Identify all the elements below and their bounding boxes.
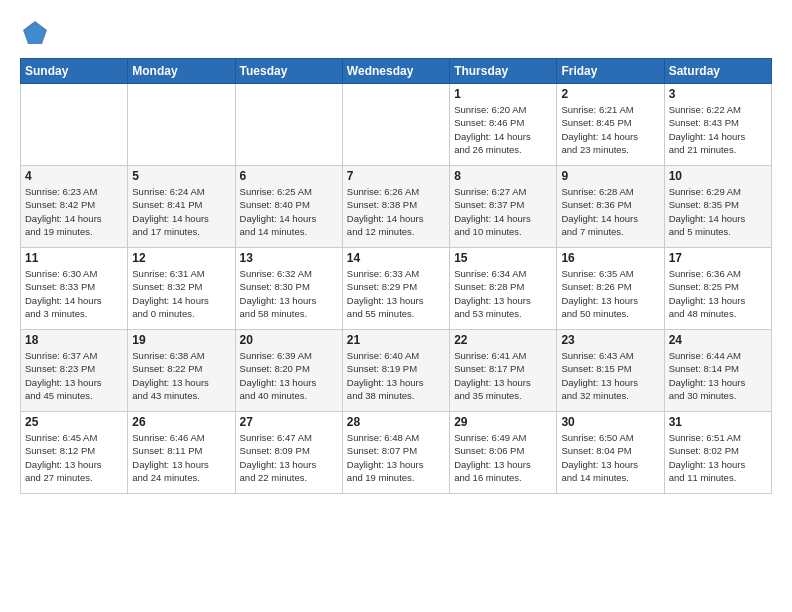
calendar-cell: 5Sunrise: 6:24 AM Sunset: 8:41 PM Daylig… — [128, 166, 235, 248]
day-number: 29 — [454, 415, 552, 429]
calendar-cell: 31Sunrise: 6:51 AM Sunset: 8:02 PM Dayli… — [664, 412, 771, 494]
day-number: 3 — [669, 87, 767, 101]
page: SundayMondayTuesdayWednesdayThursdayFrid… — [0, 0, 792, 612]
day-number: 28 — [347, 415, 445, 429]
calendar-cell — [21, 84, 128, 166]
day-info: Sunrise: 6:21 AM Sunset: 8:45 PM Dayligh… — [561, 103, 659, 156]
day-info: Sunrise: 6:32 AM Sunset: 8:30 PM Dayligh… — [240, 267, 338, 320]
day-info: Sunrise: 6:25 AM Sunset: 8:40 PM Dayligh… — [240, 185, 338, 238]
calendar-cell — [235, 84, 342, 166]
day-info: Sunrise: 6:40 AM Sunset: 8:19 PM Dayligh… — [347, 349, 445, 402]
day-number: 31 — [669, 415, 767, 429]
day-info: Sunrise: 6:33 AM Sunset: 8:29 PM Dayligh… — [347, 267, 445, 320]
day-info: Sunrise: 6:45 AM Sunset: 8:12 PM Dayligh… — [25, 431, 123, 484]
logo — [20, 18, 54, 48]
day-info: Sunrise: 6:35 AM Sunset: 8:26 PM Dayligh… — [561, 267, 659, 320]
calendar-cell: 26Sunrise: 6:46 AM Sunset: 8:11 PM Dayli… — [128, 412, 235, 494]
day-info: Sunrise: 6:50 AM Sunset: 8:04 PM Dayligh… — [561, 431, 659, 484]
day-info: Sunrise: 6:44 AM Sunset: 8:14 PM Dayligh… — [669, 349, 767, 402]
calendar-cell: 27Sunrise: 6:47 AM Sunset: 8:09 PM Dayli… — [235, 412, 342, 494]
weekday-header: Monday — [128, 59, 235, 84]
day-info: Sunrise: 6:37 AM Sunset: 8:23 PM Dayligh… — [25, 349, 123, 402]
day-info: Sunrise: 6:29 AM Sunset: 8:35 PM Dayligh… — [669, 185, 767, 238]
day-number: 13 — [240, 251, 338, 265]
calendar-cell: 25Sunrise: 6:45 AM Sunset: 8:12 PM Dayli… — [21, 412, 128, 494]
calendar-cell: 13Sunrise: 6:32 AM Sunset: 8:30 PM Dayli… — [235, 248, 342, 330]
header — [20, 18, 772, 48]
calendar-header: SundayMondayTuesdayWednesdayThursdayFrid… — [21, 59, 772, 84]
calendar-cell — [128, 84, 235, 166]
calendar-cell: 6Sunrise: 6:25 AM Sunset: 8:40 PM Daylig… — [235, 166, 342, 248]
day-number: 17 — [669, 251, 767, 265]
day-number: 19 — [132, 333, 230, 347]
day-info: Sunrise: 6:26 AM Sunset: 8:38 PM Dayligh… — [347, 185, 445, 238]
day-number: 27 — [240, 415, 338, 429]
day-info: Sunrise: 6:20 AM Sunset: 8:46 PM Dayligh… — [454, 103, 552, 156]
day-number: 24 — [669, 333, 767, 347]
day-info: Sunrise: 6:24 AM Sunset: 8:41 PM Dayligh… — [132, 185, 230, 238]
day-number: 12 — [132, 251, 230, 265]
day-info: Sunrise: 6:47 AM Sunset: 8:09 PM Dayligh… — [240, 431, 338, 484]
day-number: 2 — [561, 87, 659, 101]
weekday-header: Friday — [557, 59, 664, 84]
calendar-cell: 3Sunrise: 6:22 AM Sunset: 8:43 PM Daylig… — [664, 84, 771, 166]
day-info: Sunrise: 6:49 AM Sunset: 8:06 PM Dayligh… — [454, 431, 552, 484]
day-info: Sunrise: 6:43 AM Sunset: 8:15 PM Dayligh… — [561, 349, 659, 402]
calendar-cell — [342, 84, 449, 166]
weekday-header: Sunday — [21, 59, 128, 84]
day-number: 6 — [240, 169, 338, 183]
calendar-cell: 21Sunrise: 6:40 AM Sunset: 8:19 PM Dayli… — [342, 330, 449, 412]
day-info: Sunrise: 6:48 AM Sunset: 8:07 PM Dayligh… — [347, 431, 445, 484]
day-info: Sunrise: 6:46 AM Sunset: 8:11 PM Dayligh… — [132, 431, 230, 484]
calendar-cell: 23Sunrise: 6:43 AM Sunset: 8:15 PM Dayli… — [557, 330, 664, 412]
calendar-cell: 30Sunrise: 6:50 AM Sunset: 8:04 PM Dayli… — [557, 412, 664, 494]
day-number: 7 — [347, 169, 445, 183]
calendar-cell: 10Sunrise: 6:29 AM Sunset: 8:35 PM Dayli… — [664, 166, 771, 248]
day-info: Sunrise: 6:22 AM Sunset: 8:43 PM Dayligh… — [669, 103, 767, 156]
day-number: 26 — [132, 415, 230, 429]
calendar-cell: 22Sunrise: 6:41 AM Sunset: 8:17 PM Dayli… — [450, 330, 557, 412]
day-number: 25 — [25, 415, 123, 429]
calendar-cell: 20Sunrise: 6:39 AM Sunset: 8:20 PM Dayli… — [235, 330, 342, 412]
calendar-week-row: 11Sunrise: 6:30 AM Sunset: 8:33 PM Dayli… — [21, 248, 772, 330]
day-number: 16 — [561, 251, 659, 265]
calendar-cell: 28Sunrise: 6:48 AM Sunset: 8:07 PM Dayli… — [342, 412, 449, 494]
day-info: Sunrise: 6:31 AM Sunset: 8:32 PM Dayligh… — [132, 267, 230, 320]
weekday-header: Thursday — [450, 59, 557, 84]
day-info: Sunrise: 6:36 AM Sunset: 8:25 PM Dayligh… — [669, 267, 767, 320]
calendar-cell: 19Sunrise: 6:38 AM Sunset: 8:22 PM Dayli… — [128, 330, 235, 412]
calendar-cell: 2Sunrise: 6:21 AM Sunset: 8:45 PM Daylig… — [557, 84, 664, 166]
calendar-cell: 16Sunrise: 6:35 AM Sunset: 8:26 PM Dayli… — [557, 248, 664, 330]
day-number: 10 — [669, 169, 767, 183]
day-info: Sunrise: 6:28 AM Sunset: 8:36 PM Dayligh… — [561, 185, 659, 238]
day-number: 5 — [132, 169, 230, 183]
calendar-cell: 24Sunrise: 6:44 AM Sunset: 8:14 PM Dayli… — [664, 330, 771, 412]
calendar-body: 1Sunrise: 6:20 AM Sunset: 8:46 PM Daylig… — [21, 84, 772, 494]
day-number: 21 — [347, 333, 445, 347]
calendar-cell: 9Sunrise: 6:28 AM Sunset: 8:36 PM Daylig… — [557, 166, 664, 248]
calendar-cell: 14Sunrise: 6:33 AM Sunset: 8:29 PM Dayli… — [342, 248, 449, 330]
day-info: Sunrise: 6:23 AM Sunset: 8:42 PM Dayligh… — [25, 185, 123, 238]
calendar-cell: 29Sunrise: 6:49 AM Sunset: 8:06 PM Dayli… — [450, 412, 557, 494]
logo-icon — [20, 18, 50, 48]
calendar-cell: 17Sunrise: 6:36 AM Sunset: 8:25 PM Dayli… — [664, 248, 771, 330]
day-number: 11 — [25, 251, 123, 265]
calendar-cell: 15Sunrise: 6:34 AM Sunset: 8:28 PM Dayli… — [450, 248, 557, 330]
calendar-cell: 1Sunrise: 6:20 AM Sunset: 8:46 PM Daylig… — [450, 84, 557, 166]
day-number: 9 — [561, 169, 659, 183]
day-info: Sunrise: 6:27 AM Sunset: 8:37 PM Dayligh… — [454, 185, 552, 238]
calendar-cell: 18Sunrise: 6:37 AM Sunset: 8:23 PM Dayli… — [21, 330, 128, 412]
day-info: Sunrise: 6:39 AM Sunset: 8:20 PM Dayligh… — [240, 349, 338, 402]
weekday-row: SundayMondayTuesdayWednesdayThursdayFrid… — [21, 59, 772, 84]
weekday-header: Wednesday — [342, 59, 449, 84]
weekday-header: Saturday — [664, 59, 771, 84]
calendar-cell: 11Sunrise: 6:30 AM Sunset: 8:33 PM Dayli… — [21, 248, 128, 330]
day-number: 15 — [454, 251, 552, 265]
calendar: SundayMondayTuesdayWednesdayThursdayFrid… — [20, 58, 772, 494]
day-number: 20 — [240, 333, 338, 347]
day-info: Sunrise: 6:51 AM Sunset: 8:02 PM Dayligh… — [669, 431, 767, 484]
weekday-header: Tuesday — [235, 59, 342, 84]
day-info: Sunrise: 6:41 AM Sunset: 8:17 PM Dayligh… — [454, 349, 552, 402]
day-number: 22 — [454, 333, 552, 347]
day-info: Sunrise: 6:34 AM Sunset: 8:28 PM Dayligh… — [454, 267, 552, 320]
